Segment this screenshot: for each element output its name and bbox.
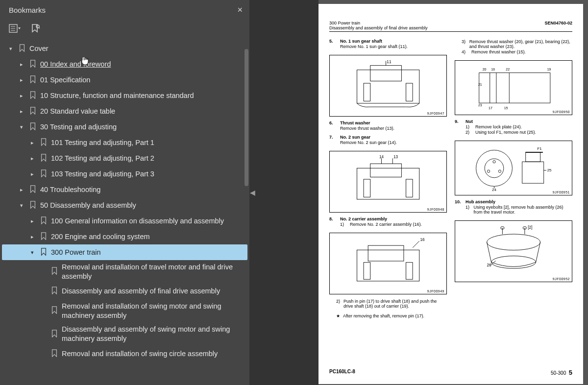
bookmark-item[interactable]: ▾30 Testing and adjusting <box>2 119 247 135</box>
step-number: 9. <box>455 119 462 135</box>
svg-rect-20 <box>406 179 413 197</box>
find-bookmark-icon[interactable] <box>29 23 41 34</box>
bookmark-item[interactable]: ▸10 Structure, function and maintenance … <box>2 88 247 103</box>
page-header: 300 Power train Disassembly and assembly… <box>329 21 572 32</box>
bookmark-item[interactable]: ▸100 General information on disassembly … <box>2 213 247 229</box>
chevron-right-icon[interactable]: ▸ <box>18 187 25 193</box>
bookmark-item[interactable]: ▸101 Testing and adjusting, Part 1 <box>2 135 247 150</box>
chevron-right-icon[interactable]: ▸ <box>18 93 25 99</box>
bookmark-item[interactable]: ▸40 Troubleshooting <box>2 182 247 197</box>
bookmark-item[interactable]: ▾Cover <box>2 41 247 56</box>
bookmark-icon <box>29 122 36 132</box>
bookmark-icon <box>19 44 25 53</box>
bookmark-item[interactable]: ▸01 Specification <box>2 72 247 88</box>
bookmark-label: 00 Index and foreword <box>40 59 245 70</box>
chevron-down-icon[interactable]: ▾ <box>18 202 25 209</box>
chevron-right-icon[interactable]: ▸ <box>28 218 36 224</box>
svg-rect-11 <box>364 83 370 101</box>
view-options-icon[interactable] <box>9 23 21 34</box>
step-continuation: 3)Remove thrust washer (20), gear (21), … <box>455 39 572 54</box>
chevron-right-icon[interactable]: ▸ <box>28 234 36 240</box>
close-icon[interactable]: × <box>237 5 243 15</box>
bookmark-label: 20 Standard value table <box>40 106 245 117</box>
chevron-right-icon[interactable]: ▸ <box>28 155 36 162</box>
svg-rect-12 <box>406 83 413 101</box>
step-number: 7. <box>329 135 336 145</box>
bookmark-item[interactable]: ▸20 Standard value table <box>2 103 247 119</box>
bookmark-item[interactable]: Removal and installation of travel motor… <box>2 260 247 284</box>
bookmark-item[interactable]: ▸200 Engine and cooling system <box>2 229 247 244</box>
step-number: 5. <box>329 39 336 49</box>
bookmark-label: Disassembly and assembly of swing motor … <box>62 324 245 344</box>
step-post: 2)Push in pin (17) to drive shaft (18) a… <box>329 298 447 309</box>
bookmark-label: 300 Power train <box>51 247 245 258</box>
bookmark-label: Disassembly and assembly of final drive … <box>62 286 245 297</box>
bookmarks-header: Bookmarks × <box>0 0 249 20</box>
svg-text:11: 11 <box>387 60 392 65</box>
figure-code: 9JF00950 <box>553 110 570 114</box>
chevron-right-icon[interactable]: ▸ <box>18 108 25 115</box>
chevron-right-icon[interactable]: ▸ <box>28 140 36 146</box>
bookmark-item[interactable]: ▸103 Testing and adjusting, Part 3 <box>2 166 247 182</box>
bookmark-item[interactable]: ▸102 Testing and adjusting, Part 2 <box>2 150 247 166</box>
bookmarks-tree[interactable]: ▾Cover▸00 Index and foreword▸01 Specific… <box>0 39 249 377</box>
figure: 20162219212317159JF00950 <box>455 60 572 115</box>
bookmark-icon <box>51 267 58 276</box>
bookmark-label: 103 Testing and adjusting, Part 3 <box>51 168 245 180</box>
step-desc: Remove thrust washer (13). <box>340 126 447 131</box>
step-sub: 2)Push in pin (17) to drive shaft (18) a… <box>336 299 447 309</box>
header-subsection: Disassembly and assembly of final drive … <box>329 25 428 30</box>
chevron-down-icon[interactable]: ▾ <box>7 46 15 52</box>
svg-text:17: 17 <box>489 106 492 110</box>
svg-rect-13 <box>357 168 419 200</box>
bookmark-label: Removal and installation of swing circle… <box>62 348 245 360</box>
svg-text:13: 13 <box>393 155 398 160</box>
scrollbar-thumb[interactable] <box>245 49 248 186</box>
footer-pagenum: 50-300 5 <box>551 369 572 376</box>
bookmark-item[interactable]: Disassembly and assembly of swing motor … <box>2 322 247 346</box>
bookmark-icon <box>29 107 36 116</box>
bookmark-item[interactable]: ▾300 Power train <box>2 244 247 260</box>
step-sub: 1)Remove lock plate (24). <box>466 124 572 129</box>
collapse-handle-icon[interactable]: ◀ <box>249 181 255 204</box>
bookmark-icon <box>29 201 36 210</box>
svg-rect-46 <box>522 162 544 183</box>
figure: [2]269JF00952 <box>455 220 572 282</box>
bookmark-item[interactable]: Removal and installation of swing circle… <box>2 346 247 361</box>
svg-rect-26 <box>406 263 413 280</box>
bookmark-label: 40 Troubleshooting <box>40 184 245 195</box>
step-sub: 4)Remove thrust washer (15). <box>462 49 572 54</box>
step-sub: 2)Using tool F1, remove nut (25). <box>466 130 572 135</box>
panel-divider: ◀ <box>249 0 318 385</box>
bookmark-label: 102 Testing and adjusting, Part 2 <box>51 153 245 164</box>
chevron-right-icon[interactable]: ▸ <box>28 171 36 177</box>
chevron-down-icon[interactable]: ▾ <box>18 124 25 130</box>
bookmark-label: 100 General information on disassembly a… <box>51 216 245 227</box>
bookmark-item[interactable]: ▸00 Index and foreword <box>2 56 247 72</box>
bookmark-label: Removal and installation of travel motor… <box>62 262 245 282</box>
step: 7.No. 2 sun gearRemove No. 2 sun gear (1… <box>329 135 447 145</box>
svg-text:[2]: [2] <box>528 226 532 230</box>
figure-code: 9JF00948 <box>427 208 444 211</box>
bookmark-icon <box>51 330 58 339</box>
bookmark-item[interactable]: Removal and installation of swing motor … <box>2 299 247 323</box>
document-viewport[interactable]: 300 Power train Disassembly and assembly… <box>318 0 588 385</box>
left-column: 5.No. 1 sun gear shaftRemove No. 1 sun g… <box>329 39 447 366</box>
document-page: 300 Power train Disassembly and assembly… <box>318 4 583 384</box>
step-title: No. 1 sun gear shaft <box>340 39 447 44</box>
header-docnum: SEN04760-02 <box>544 21 572 30</box>
bookmark-icon <box>51 349 58 359</box>
svg-rect-19 <box>364 179 370 197</box>
step: 8.No. 2 carrier assembly1)Remove No. 2 c… <box>329 217 447 227</box>
chevron-right-icon[interactable]: ▸ <box>18 77 25 83</box>
svg-text:25: 25 <box>547 168 552 172</box>
right-column: 3)Remove thrust washer (20), gear (21), … <box>455 39 572 366</box>
bookmark-icon <box>29 91 36 100</box>
step-title: Nut <box>466 119 572 124</box>
svg-point-43 <box>498 170 501 172</box>
chevron-right-icon[interactable]: ▸ <box>18 61 25 68</box>
bookmark-icon <box>29 60 36 69</box>
bookmark-item[interactable]: ▾50 Disassembly and assembly <box>2 197 247 213</box>
bookmark-item[interactable]: Disassembly and assembly of final drive … <box>2 284 247 299</box>
chevron-down-icon[interactable]: ▾ <box>28 249 36 256</box>
